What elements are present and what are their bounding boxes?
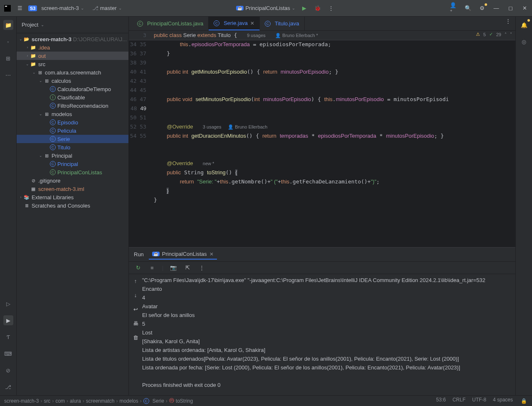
more-tools-icon[interactable]: ⋯ xyxy=(3,70,13,80)
tree-root[interactable]: ⌄📂screen-match-3 D:\JORGE\ALURA\J... xyxy=(17,35,128,43)
structure-tool-icon[interactable]: ⊞ xyxy=(3,53,13,63)
rerun-icon[interactable]: ↻ xyxy=(134,264,142,272)
tree-folder-idea[interactable]: ›📁.idea xyxy=(17,43,128,52)
problems-icon[interactable]: ⊘ xyxy=(3,365,13,375)
sticky-header: 3 public class Serie extends Titulo { 9 … xyxy=(129,31,515,40)
maximize-icon[interactable]: ◻ xyxy=(506,4,515,12)
title-bar: ☰ S3 screen-match-3⌄ ⎇master⌄ ☕Principal… xyxy=(0,0,532,17)
tree-class[interactable]: CPrincipal xyxy=(17,160,128,168)
branch-dropdown[interactable]: ⎇master⌄ xyxy=(92,5,122,11)
search-icon[interactable]: 🔍 xyxy=(464,4,472,12)
tree-class-serie[interactable]: CSerie xyxy=(17,135,128,143)
run-tool-icon[interactable]: ▶ xyxy=(3,315,13,325)
tree-gitignore[interactable]: ⊘.gitignore xyxy=(17,176,128,185)
run-icon[interactable]: ▶ xyxy=(300,4,308,12)
more-icon[interactable]: ⋮ xyxy=(197,264,206,272)
project-badge: S3 xyxy=(28,5,37,11)
terminal-icon[interactable]: ⌨ xyxy=(3,349,13,359)
tree-pkg-modelos[interactable]: ⌄⊞modelos xyxy=(17,110,128,118)
clear-icon[interactable]: 🗑 xyxy=(131,333,140,342)
indent[interactable]: 4 spaces xyxy=(493,397,513,405)
tree-class[interactable]: CPelicula xyxy=(17,126,128,135)
tree-folder-out[interactable]: ›📁out xyxy=(17,52,128,60)
camera-icon[interactable]: 📷 xyxy=(169,264,177,272)
project-panel-header: Project ⌄ xyxy=(17,17,128,33)
editor-tabs: CPrincipalConListas.java CSerie.java✕ CT… xyxy=(129,17,515,31)
run-toolbar: ↻ ■ | 📷 ⇱ ⋮ xyxy=(129,262,515,274)
project-tree[interactable]: ⌄📂screen-match-3 D:\JORGE\ALURA\J... ›📁.… xyxy=(17,33,128,395)
tree-class[interactable]: CEpisodio xyxy=(17,118,128,126)
tree-class[interactable]: CPrincipalConListas xyxy=(17,168,128,176)
tree-class[interactable]: CCalculadoraDeTiempo xyxy=(17,85,128,93)
encoding[interactable]: UTF-8 xyxy=(472,397,486,405)
tree-pkg-calculos[interactable]: ⌄⊞calculos xyxy=(17,77,128,85)
line-separator[interactable]: CRLF xyxy=(453,397,466,405)
scroll-down-icon[interactable]: ↓ xyxy=(131,291,140,299)
debug-icon[interactable]: 🐞 xyxy=(313,4,322,12)
readonly-lock-icon[interactable]: 🔒 xyxy=(520,397,528,405)
tree-scratches[interactable]: ≣Scratches and Consoles xyxy=(17,201,128,210)
right-tool-rail: 🔔 ◎ xyxy=(515,17,532,395)
soft-wrap-icon[interactable]: ↩ xyxy=(131,305,140,313)
close-window-icon[interactable]: ✕ xyxy=(520,4,529,12)
tree-interface[interactable]: IClasificable xyxy=(17,93,128,102)
svg-rect-1 xyxy=(5,6,7,7)
main-menu-icon[interactable]: ☰ xyxy=(16,4,24,12)
project-dropdown[interactable]: screen-match-3⌄ xyxy=(41,5,84,11)
tab-close-icon[interactable]: ✕ xyxy=(250,20,254,26)
run-panel: Run ☕PrincipalConListas✕ ↻ ■ | 📷 ⇱ ⋮ ↑ ↓… xyxy=(129,247,515,395)
project-tool-icon[interactable]: 📁 xyxy=(3,20,13,30)
tab-titulo[interactable]: CTitulo.java xyxy=(260,17,305,30)
vcs-icon[interactable]: ⎇ xyxy=(3,382,13,392)
tree-package[interactable]: ⌄⊞com.alura.screenmatch xyxy=(17,68,128,77)
tree-folder-src[interactable]: ⌄📁src xyxy=(17,60,128,68)
tree-class[interactable]: CTitulo xyxy=(17,143,128,151)
build-icon[interactable]: Ƭ xyxy=(3,332,13,342)
code-with-me-icon[interactable]: 👤⁺ xyxy=(450,4,458,12)
print-icon[interactable]: 🖶 xyxy=(131,319,140,327)
project-panel: Project ⌄ ⌄📂screen-match-3 D:\JORGE\ALUR… xyxy=(17,17,129,395)
inspection-widget[interactable]: ⚠5 ✓29 ˄˅ xyxy=(476,32,512,37)
tab-serie[interactable]: CSerie.java✕ xyxy=(209,17,260,30)
console-rail: ↑ ↓ ↩ 🖶 🗑 xyxy=(129,274,142,395)
settings-icon[interactable]: ⚙ xyxy=(478,4,486,12)
code-editor[interactable]: 3 public class Serie extends Titulo { 9 … xyxy=(129,31,515,247)
run-config-dropdown[interactable]: ☕PrincipalConListas⌄ xyxy=(236,5,295,11)
notifications-icon[interactable]: 🔔 xyxy=(519,20,529,30)
run-title: Run xyxy=(134,251,144,257)
tab-options-icon[interactable]: ⋮ xyxy=(504,17,512,25)
editor-area: CPrincipalConListas.java CSerie.java✕ CT… xyxy=(129,17,515,395)
breadcrumb[interactable]: screen-match-3›src›com›alura›screenmatch… xyxy=(4,397,193,404)
tree-iml[interactable]: ▦screen-match-3.iml xyxy=(17,185,128,193)
stop-icon[interactable]: ■ xyxy=(148,264,156,272)
tree-external-libs[interactable]: ›📚External Libraries xyxy=(17,193,128,201)
caret-position[interactable]: 53:6 xyxy=(436,397,446,405)
ai-assistant-icon[interactable]: ◎ xyxy=(519,37,529,47)
app-logo-icon[interactable] xyxy=(3,4,12,12)
tree-class[interactable]: CFiltroRecomendacion xyxy=(17,102,128,110)
left-tool-rail: 📁 ◦ ⊞ ⋯ ▷ ▶ Ƭ ⌨ ⊘ ⎇ xyxy=(0,17,17,395)
run-tab[interactable]: ☕PrincipalConListas✕ xyxy=(149,249,217,260)
console-output[interactable]: "C:\Program Files\Java\jdk-17\bin\java.e… xyxy=(142,274,515,395)
minimize-icon[interactable]: — xyxy=(492,4,500,12)
more-actions-icon[interactable]: ⋮ xyxy=(327,4,335,12)
status-bar: screen-match-3›src›com›alura›screenmatch… xyxy=(0,395,532,406)
scroll-up-icon[interactable]: ↑ xyxy=(131,277,140,285)
close-icon: ✕ xyxy=(209,251,214,257)
commit-tool-icon[interactable]: ◦ xyxy=(3,37,13,47)
tab-principal-con-listas[interactable]: CPrincipalConListas.java xyxy=(132,17,209,30)
export-icon[interactable]: ⇱ xyxy=(183,264,192,272)
tree-pkg-principal[interactable]: ⌄⊞Principal xyxy=(17,151,128,160)
services-icon[interactable]: ▷ xyxy=(3,299,13,309)
panel-title: Project xyxy=(22,22,38,28)
